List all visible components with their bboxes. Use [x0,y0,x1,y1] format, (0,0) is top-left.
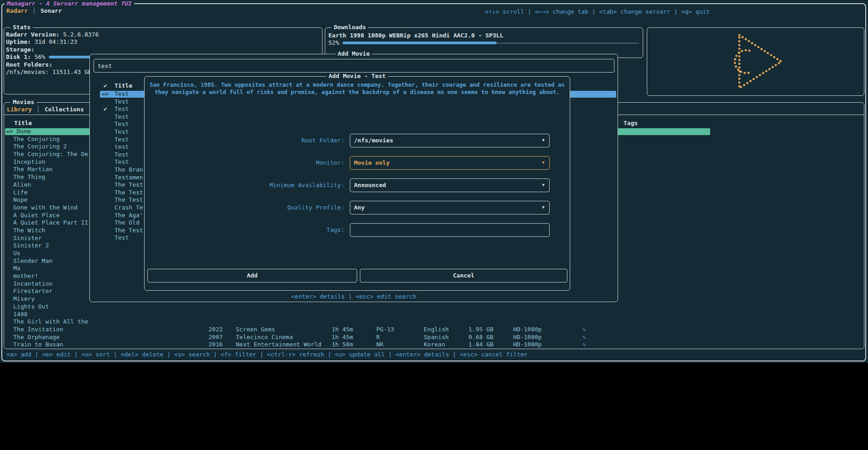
movies-panel-title: Movies [10,99,36,105]
disk-label: Disk 1: [6,53,31,61]
downloads-panel-title: Downloads [332,24,368,31]
movie-quality: HD-1080p [513,334,542,341]
result-title: Test [114,113,129,121]
version-label: Radarr Version: [6,31,59,38]
monitor-dropdown[interactable]: Movie only ▼ [350,156,550,170]
movies-tabs: Library │ Collections [7,106,84,113]
movie-title: Sinister [13,235,42,242]
uptime-value: 31d 04:31:23 [35,38,78,45]
uptime-label: Uptime: [6,38,31,45]
result-title: Testamen [114,174,143,182]
movie-row[interactable]: 1408 [5,311,863,319]
movie-runtime: 1h 45m [332,326,353,334]
movie-title: Misery [13,295,35,303]
movie-runtime: 1h 45m [332,334,353,341]
result-title: test [114,143,129,151]
tab-library[interactable]: Library [7,106,32,113]
disk-percent: 56% [35,53,45,61]
root-folder-label: Root Folder: [145,134,344,147]
movie-runtime: 1h 58m [332,341,353,349]
movie-title: => Dune [6,128,31,136]
movie-overview: San Francisco, 1985. Two opposites attra… [148,81,566,96]
chevron-down-icon: ▼ [542,201,545,214]
result-title: Test [114,234,129,242]
movie-title: Lights Out [13,303,49,311]
minimum-availability-dropdown[interactable]: Announced ▼ [350,178,550,192]
result-title: The Test [114,189,143,197]
keybind-help-bottom: <a> add | <e> edit | <o> sort | <del> de… [6,351,528,358]
movie-title: The Martian [13,166,52,173]
movie-title: The Conjuring 2 [13,143,67,151]
result-title: Test [114,90,129,98]
movie-size: 1.95 GB [468,326,494,334]
tags-row: Tags: [145,223,570,237]
movie-title: Us [13,250,21,257]
result-title: The Test [114,196,143,204]
tab-sonarr[interactable]: Sonarr [41,7,62,14]
movie-row[interactable]: Lights Out [5,303,863,311]
keybind-help-top: <↑↓> scroll | <←→> change tab | <tab> ch… [485,8,710,15]
quality-profile-label: Quality Profile: [145,201,344,215]
movie-year: 2022 [208,326,223,334]
result-title: The Old [114,219,140,227]
tab-radarr[interactable]: Radarr [6,7,28,14]
movie-row[interactable]: The Orphanage2007Telecinco Cinema1h 45mR… [5,334,863,341]
movie-title: A Quiet Place Part II [13,219,88,227]
movie-row[interactable]: The Girl with All the [5,318,863,326]
movie-title: Incantation [13,280,52,288]
cancel-button[interactable]: Cancel [360,269,567,283]
download-progress-gauge: 52% [328,39,639,47]
version-line: Radarr Version: 5.2.6.8376 [6,31,320,38]
tab-separator: │ [32,7,36,14]
result-title: The Test [114,227,143,235]
servarr-tabs: Radarr │ Sonarr [6,7,62,14]
movie-language: Spanish [424,334,449,341]
quality-profile-dropdown[interactable]: Any ▼ [350,201,550,215]
stats-panel-title: Stats [10,24,33,31]
tab-separator: │ [36,106,40,113]
search-input[interactable] [94,59,614,72]
movie-title: Firestarter [13,288,52,295]
movie-title: The Thing [13,173,45,181]
version-value: 5.2.6.8376 [63,31,99,38]
popup-keybind-help: <enter> details | <esc> edit search [90,293,618,300]
movie-rating: R [376,334,380,341]
movie-quality: HD-1080p [513,326,542,334]
downloads-panel: Downloads Earth 1998 1080p WEBRip x265 H… [325,27,643,58]
movie-row[interactable]: The Invitation2022Screen Gems1h 45mPG-13… [5,326,863,334]
result-title: The Aga' [114,212,143,220]
storage-label: Storage: [6,46,320,53]
movie-rating: PG-13 [376,326,394,334]
minimum-availability-label: Minimum Availability: [145,178,344,192]
movie-studio: Telecinco Cinema [236,334,293,341]
result-title: Test [114,158,129,166]
movie-title: The Conjuring [13,136,60,143]
movie-title: mother! [13,272,38,280]
download-percent: 52% [328,39,339,47]
uptime-line: Uptime: 31d 04:31:23 [6,38,320,46]
monitor-label: Monitor: [145,156,344,170]
logo-panel [647,27,864,96]
add-button[interactable]: Add [147,269,357,283]
tags-input[interactable] [350,223,550,237]
movie-search-box [94,59,614,73]
root-folder-dropdown[interactable]: /nfs/movies ▼ [350,134,550,147]
column-header-result-title: Title [114,82,132,89]
quality-profile-row: Quality Profile: Any ▼ [145,201,570,215]
tab-collections[interactable]: Collections [45,106,84,113]
movie-studio: Screen Gems [236,326,275,334]
download-gauge-fill [343,42,497,44]
movie-row[interactable]: Train to Busan2016Next Entertainment Wor… [5,341,863,349]
movie-language: Korean [424,341,445,349]
chevron-down-icon: ▼ [542,157,545,169]
add-movie-modal-title: Add Movie - Test [326,73,388,79]
chevron-down-icon: ▼ [542,179,545,191]
movie-title: Sinister 2 [13,242,49,250]
selection-arrow: => [102,90,112,98]
movie-title: Ma [13,265,21,272]
movie-title: The Witch [13,227,45,235]
add-movie-modal: Add Movie - Test San Francisco, 1985. Tw… [144,76,570,291]
managarr-terminal: Managarr - A Servarr management TUI Rada… [0,0,868,363]
movie-size: 1.84 GB [468,341,494,349]
movie-title: A Quiet Place [13,212,60,220]
